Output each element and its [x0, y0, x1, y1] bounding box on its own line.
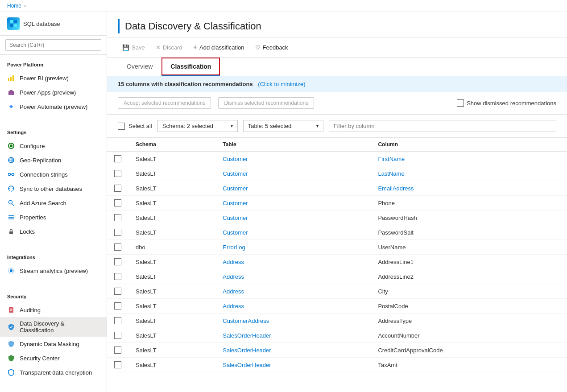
sidebar-item-data-discovery[interactable]: Data Discovery & Classification — [0, 317, 107, 337]
add-classification-label: Add classification — [199, 44, 244, 51]
svg-rect-4 — [8, 78, 9, 81]
discard-button[interactable]: ✕ Discard — [151, 42, 187, 53]
add-classification-button[interactable]: + Add classification — [189, 41, 249, 54]
sidebar-item-label: Power BI (preview) — [20, 75, 69, 82]
cell-table[interactable]: SalesOrderHeader — [215, 343, 371, 358]
cell-schema: SalesLT — [128, 196, 215, 210]
recommendations-banner[interactable]: 15 columns with classification recommend… — [107, 76, 567, 92]
save-button[interactable]: 💾 Save — [118, 42, 149, 53]
schema-filter-dropdown[interactable]: Schema: 2 selected ▾ — [157, 120, 238, 132]
cell-table[interactable]: ErrorLog — [215, 240, 371, 255]
row-checkbox-cell — [107, 225, 128, 240]
tab-classification-label: Classification — [170, 63, 211, 70]
row-checkbox[interactable] — [114, 347, 121, 354]
cell-schema: SalesLT — [128, 225, 215, 240]
page-title: Data Discovery & Classification — [125, 21, 261, 32]
sidebar-item-configure[interactable]: Configure — [0, 139, 107, 153]
tabs-container: Overview Classification — [107, 58, 567, 76]
sidebar-item-properties[interactable]: Properties — [0, 210, 107, 224]
table-row: SalesLTCustomerEmailAddress — [107, 181, 567, 196]
table-row: SalesLTCustomerPhone — [107, 196, 567, 210]
sidebar-item-power-automate[interactable]: Power Automate (preview) — [0, 99, 107, 114]
row-checkbox[interactable] — [114, 317, 121, 324]
sidebar-item-dynamic-masking[interactable]: Dynamic Data Masking — [0, 337, 107, 351]
sidebar-item-power-apps[interactable]: Power Apps (preview) — [0, 85, 107, 99]
cell-column[interactable]: LastName — [371, 166, 567, 181]
show-dismissed-checkbox[interactable] — [457, 99, 464, 107]
sidebar-item-connection-strings[interactable]: Connection strings — [0, 167, 107, 182]
row-checkbox[interactable] — [114, 332, 121, 339]
table-row: SalesLTSalesOrderHeaderTaxAmt — [107, 358, 567, 372]
cell-table[interactable]: Customer — [215, 166, 371, 181]
cell-table[interactable]: Address — [215, 284, 371, 299]
search-input[interactable] — [5, 39, 101, 51]
table-filter-dropdown[interactable]: Table: 5 selected ▾ — [243, 120, 323, 132]
tab-classification[interactable]: Classification — [161, 58, 220, 76]
cell-table[interactable]: Address — [215, 255, 371, 269]
breadcrumb: Home › — [0, 0, 567, 12]
tab-overview[interactable]: Overview — [118, 58, 161, 76]
accept-recommendations-button[interactable]: Accept selected recommendations — [118, 97, 211, 109]
row-checkbox[interactable] — [114, 273, 121, 280]
row-checkbox[interactable] — [114, 170, 121, 177]
sidebar-item-locks[interactable]: Locks — [0, 224, 107, 239]
table-row: SalesLTCustomerLastName — [107, 166, 567, 181]
cell-column[interactable]: EmailAddress — [371, 181, 567, 196]
cell-table[interactable]: Customer — [215, 196, 371, 210]
cell-table[interactable]: SalesOrderHeader — [215, 328, 371, 343]
row-checkbox[interactable] — [114, 185, 121, 192]
cell-table[interactable]: Customer — [215, 210, 371, 225]
cell-column: UserName — [371, 240, 567, 255]
row-checkbox[interactable] — [114, 288, 121, 295]
svg-rect-26 — [10, 309, 12, 309]
cell-table[interactable]: Customer — [215, 225, 371, 240]
sidebar-item-security-center[interactable]: Security Center — [0, 351, 107, 365]
sidebar-item-stream-analytics[interactable]: Stream analytics (preview) — [0, 264, 107, 278]
row-checkbox-cell — [107, 210, 128, 225]
app-logo — [7, 17, 20, 30]
sidebar-item-geo-replication[interactable]: Geo-Replication — [0, 153, 107, 167]
sidebar-item-transparent-encryption[interactable]: Transparent data encryption — [0, 365, 107, 380]
page-header: Data Discovery & Classification — [107, 12, 567, 37]
row-checkbox[interactable] — [114, 214, 121, 221]
cell-table[interactable]: Customer — [215, 152, 371, 166]
row-checkbox[interactable] — [114, 361, 121, 368]
cell-table[interactable]: Address — [215, 299, 371, 314]
sidebar-item-label: Transparent data encryption — [20, 369, 92, 376]
sidebar-item-power-bi[interactable]: Power BI (preview) — [0, 71, 107, 85]
table-row: SalesLTSalesOrderHeaderCreditCardApprova… — [107, 343, 567, 358]
svg-line-17 — [12, 204, 14, 206]
row-checkbox[interactable] — [114, 243, 121, 251]
table-row: SalesLTAddressCity — [107, 284, 567, 299]
cell-table[interactable]: Address — [215, 269, 371, 284]
row-checkbox[interactable] — [114, 258, 121, 265]
recommendations-minimize-link[interactable]: (Click to minimize) — [258, 81, 305, 87]
section-title-security: Security — [0, 292, 107, 303]
svg-point-22 — [10, 269, 12, 272]
show-dismissed-container[interactable]: Show dismissed recommendations — [457, 99, 556, 107]
select-all-checkbox[interactable] — [118, 123, 125, 130]
sidebar-item-auditing[interactable]: Auditing — [0, 303, 107, 317]
cell-table[interactable]: CustomerAddress — [215, 314, 371, 328]
cell-schema: SalesLT — [128, 328, 215, 343]
breadcrumb-home[interactable]: Home — [7, 3, 21, 9]
column-filter-input[interactable] — [329, 120, 556, 132]
sidebar-item-label: Connection strings — [20, 171, 68, 178]
dismiss-recommendations-button[interactable]: Dismiss selected recommendations — [218, 97, 314, 109]
stream-icon — [7, 267, 15, 275]
powerapps-icon — [7, 88, 15, 96]
sidebar-item-azure-search[interactable]: Add Azure Search — [0, 196, 107, 210]
connection-icon — [7, 170, 15, 178]
row-checkbox[interactable] — [114, 155, 121, 162]
row-checkbox[interactable] — [114, 229, 121, 236]
cell-column[interactable]: FirstName — [371, 152, 567, 166]
security-center-icon — [7, 354, 15, 362]
sidebar-item-sync[interactable]: Sync to other databases — [0, 182, 107, 196]
feedback-button[interactable]: ♡ Feedback — [251, 42, 293, 53]
dismiss-label: Dismiss selected recommendations — [224, 100, 308, 106]
svg-marker-15 — [12, 187, 14, 190]
cell-table[interactable]: SalesOrderHeader — [215, 358, 371, 372]
row-checkbox[interactable] — [114, 302, 121, 309]
cell-table[interactable]: Customer — [215, 181, 371, 196]
row-checkbox[interactable] — [114, 199, 121, 206]
